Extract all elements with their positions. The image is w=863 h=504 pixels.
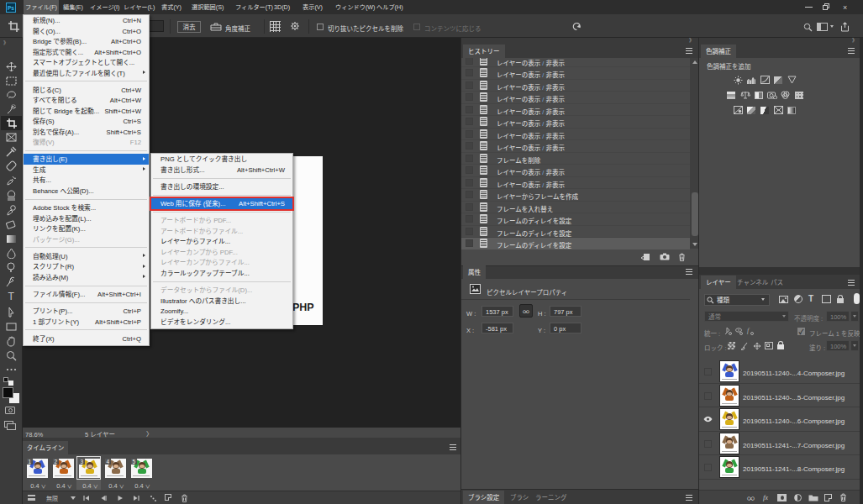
svg-text:T: T: [8, 291, 15, 302]
svg-text:f: f: [747, 327, 750, 334]
